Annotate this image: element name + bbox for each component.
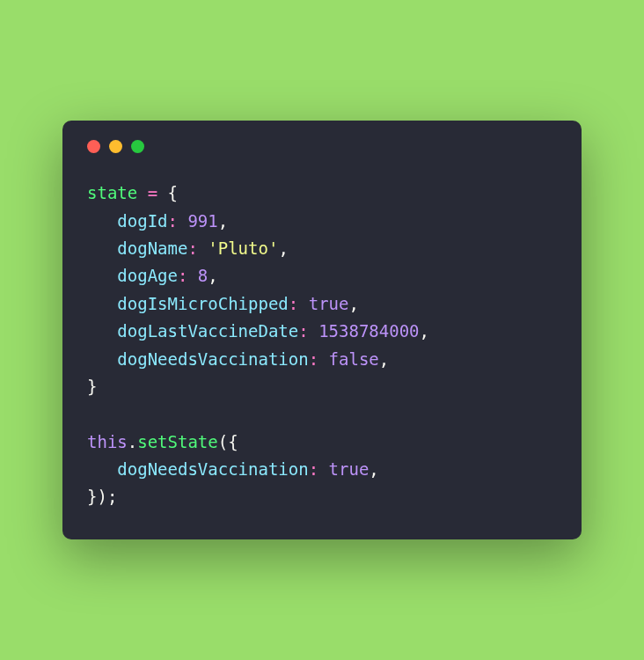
maximize-icon[interactable] (131, 140, 144, 153)
prop-key: dogAge (117, 266, 178, 285)
prop-key: dogNeedsVaccination (117, 459, 308, 479)
this-keyword: this (87, 432, 128, 451)
indent (87, 321, 117, 341)
indent (87, 211, 117, 231)
colon: : (309, 459, 329, 479)
open-paren: ( (218, 432, 228, 451)
colon: : (298, 321, 318, 341)
comma: , (218, 211, 228, 231)
comma: , (348, 294, 358, 313)
colon: : (168, 211, 188, 231)
prop-key: dogNeedsVaccination (117, 349, 308, 369)
comma: , (208, 266, 217, 285)
indent (87, 238, 117, 258)
prop-value: 1538784000 (318, 321, 419, 341)
prop-key: dogId (117, 211, 167, 231)
prop-value: 'Pluto' (208, 238, 278, 258)
open-brace: { (228, 432, 238, 451)
close-brace: } (87, 487, 97, 506)
equals-operator: = (137, 183, 167, 202)
prop-value: true (329, 459, 370, 479)
indent (87, 294, 117, 313)
window-title-bar (87, 140, 557, 153)
comma: , (369, 459, 378, 479)
prop-value: 8 (198, 266, 208, 285)
setstate-function: setState (137, 432, 218, 451)
close-icon[interactable] (87, 140, 100, 153)
close-brace: } (87, 377, 97, 396)
colon: : (178, 266, 198, 285)
colon: : (289, 294, 309, 313)
comma: , (379, 349, 389, 369)
prop-value: true (309, 294, 349, 313)
prop-value: false (329, 349, 379, 369)
indent (87, 349, 117, 369)
code-block: state = { dogId: 991, dogName: 'Pluto', … (87, 180, 557, 510)
colon: : (309, 349, 329, 369)
prop-key: dogName (117, 238, 187, 258)
dot: . (128, 432, 137, 451)
minimize-icon[interactable] (109, 140, 122, 153)
colon: : (187, 238, 208, 258)
comma: , (420, 321, 429, 341)
prop-key: dogLastVaccineDate (117, 321, 298, 341)
close-paren: ) (97, 487, 106, 506)
prop-key: dogIsMicroChipped (117, 294, 288, 313)
open-brace: { (168, 183, 178, 202)
comma: , (278, 238, 288, 258)
indent (87, 266, 117, 285)
semicolon: ; (107, 487, 117, 506)
code-window: state = { dogId: 991, dogName: 'Pluto', … (62, 121, 582, 539)
prop-value: 991 (187, 211, 217, 231)
state-variable: state (87, 183, 137, 202)
indent (87, 459, 117, 479)
